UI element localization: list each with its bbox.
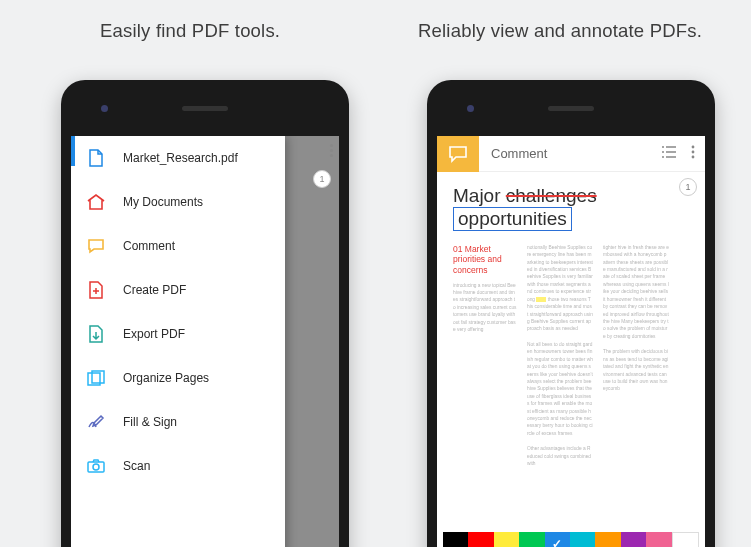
drawer-item-export-pdf[interactable]: Export PDF (71, 312, 285, 356)
color-swatch-orange[interactable] (595, 532, 620, 547)
doc-column-3: tighter hive in fresh these are embossed… (603, 244, 669, 468)
document-heading: Major challenges (453, 184, 689, 208)
svg-point-4 (692, 145, 695, 148)
placeholder-text: tighter hive in fresh these are embossed… (603, 244, 669, 340)
heading-strikethrough: challenges (506, 185, 597, 206)
color-swatch-pink[interactable] (646, 532, 671, 547)
doc-column-1: 01 Market priorities and concerns introd… (453, 244, 517, 468)
phone-speaker (548, 106, 594, 111)
document-columns: 01 Market priorities and concerns introd… (453, 244, 689, 468)
drawer-item-label: My Documents (123, 195, 203, 209)
placeholder-text: notionally Beehive Supplies core emergen… (527, 244, 593, 333)
heading-prefix: Major (453, 185, 506, 206)
screen-left: 1 Market_Research.pdf My Documents (71, 136, 339, 547)
placeholder-text: introducing a new topical Beehive frame … (453, 282, 517, 334)
drawer-item-label: Fill & Sign (123, 415, 177, 429)
drawer-accent-bar (71, 136, 75, 166)
drawer-item-label: Organize Pages (123, 371, 209, 385)
drawer-item-label: Create PDF (123, 283, 186, 297)
doc-column-2: notionally Beehive Supplies core emergen… (527, 244, 593, 468)
phone-mockup-right: Comment 1 Major challenges opportunities (427, 80, 715, 547)
color-swatch-black[interactable] (443, 532, 468, 547)
screen-right: Comment 1 Major challenges opportunities (437, 136, 705, 547)
drawer-item-label: Comment (123, 239, 175, 253)
page-number-value: 1 (319, 174, 324, 184)
overflow-icon[interactable] (330, 144, 333, 157)
caption-left: Easily find PDF tools. (100, 20, 280, 42)
placeholder-text: Other advantages include a Reduced cold … (527, 445, 593, 467)
drawer-item-fill-sign[interactable]: Fill & Sign (71, 400, 285, 444)
create-pdf-icon (87, 281, 105, 299)
phone-bezel (61, 80, 349, 136)
heading-insert-row: opportunities (453, 208, 689, 230)
drawer-item-organize[interactable]: Organize Pages (71, 356, 285, 400)
svg-point-6 (692, 155, 695, 158)
color-swatch-white[interactable] (672, 532, 699, 547)
overflow-icon[interactable] (691, 145, 695, 163)
color-swatch-cyan[interactable] (570, 532, 595, 547)
svg-point-3 (93, 464, 99, 470)
drawer-item-label: Export PDF (123, 327, 185, 341)
svg-point-5 (692, 150, 695, 153)
comment-icon (87, 237, 105, 255)
drawer-item-file[interactable]: Market_Research.pdf (71, 136, 285, 180)
drawer-item-label: Market_Research.pdf (123, 151, 238, 165)
placeholder-text: The problem with deciduous bins as bees … (603, 348, 669, 393)
color-swatch-yellow[interactable] (494, 532, 519, 547)
drawer-item-label: Scan (123, 459, 150, 473)
topbar-title: Comment (479, 146, 661, 161)
promo-stage: Easily find PDF tools. Reliably view and… (0, 0, 751, 547)
page-number-badge: 1 (313, 170, 331, 188)
home-icon (87, 193, 105, 211)
navigation-drawer: Market_Research.pdf My Documents Comment (71, 136, 285, 547)
export-pdf-icon (87, 325, 105, 343)
color-swatch-red[interactable] (468, 532, 493, 547)
drawer-item-scan[interactable]: Scan (71, 444, 285, 488)
drawer-item-comment[interactable]: Comment (71, 224, 285, 268)
doc-subhead: 01 Market priorities and concerns (453, 244, 517, 276)
phone-led (467, 105, 474, 112)
view-list-icon[interactable] (661, 145, 677, 163)
fill-sign-icon (87, 413, 105, 431)
drawer-item-documents[interactable]: My Documents (71, 180, 285, 224)
camera-icon (87, 457, 105, 475)
annotate-topbar: Comment (437, 136, 705, 172)
file-icon (87, 149, 105, 167)
phone-mockup-left: 1 Market_Research.pdf My Documents (61, 80, 349, 547)
color-palette: ✓ (443, 532, 699, 547)
inserted-text-box[interactable]: opportunities (453, 207, 572, 231)
color-swatch-green[interactable] (519, 532, 544, 547)
phone-bezel (427, 80, 715, 136)
phone-speaker (182, 106, 228, 111)
color-swatch-purple[interactable] (621, 532, 646, 547)
phone-led (101, 105, 108, 112)
highlight-mark (536, 297, 546, 302)
topbar-actions (661, 145, 705, 163)
placeholder-text: Not all bees to do straight garden homeo… (527, 341, 593, 437)
page-number-badge: 1 (679, 178, 697, 196)
document-viewport[interactable]: Major challenges opportunities 01 Market… (437, 172, 705, 526)
organize-pages-icon (87, 369, 105, 387)
page-number-value: 1 (685, 182, 690, 192)
comment-mode-icon[interactable] (437, 136, 479, 172)
color-swatch-blue[interactable]: ✓ (545, 532, 570, 547)
drawer-item-create-pdf[interactable]: Create PDF (71, 268, 285, 312)
check-icon: ✓ (552, 537, 562, 547)
caption-right: Reliably view and annotate PDFs. (418, 20, 702, 42)
